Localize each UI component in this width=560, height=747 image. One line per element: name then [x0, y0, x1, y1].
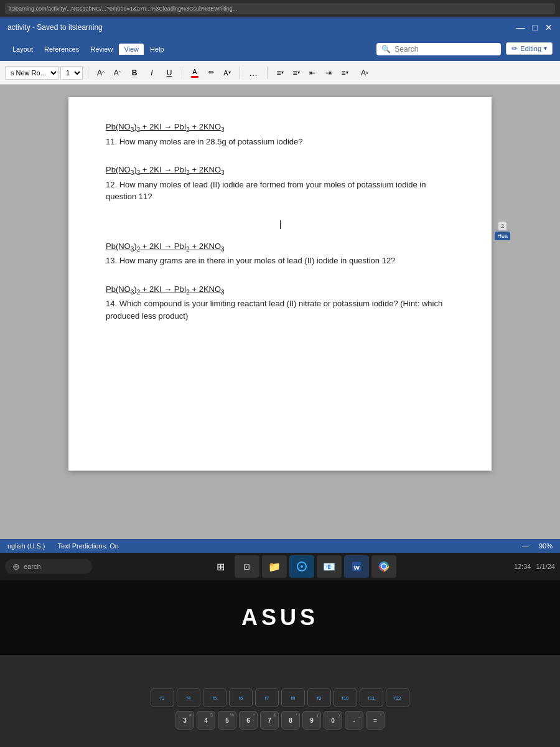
url-text: itslearning.com/activity/...NGs1ahNG/...…	[9, 6, 237, 12]
question-12-block: Pb(NO3)2 + 2KI → PbI2 + 2KNO3 12. How ma…	[106, 165, 454, 203]
font-color-btn[interactable]: A	[187, 65, 202, 80]
language-status: nglish (U.S.)	[7, 542, 45, 550]
font-group: s New Ro... 12	[5, 66, 83, 80]
taskbar-search-icon: ⊕	[12, 561, 20, 571]
key-f8[interactable]: f8	[281, 688, 305, 707]
key-8[interactable]: * 8	[281, 711, 300, 730]
key-3[interactable]: # 3	[175, 711, 194, 730]
svg-text:W: W	[353, 564, 360, 571]
key-0[interactable]: ) 0	[324, 711, 342, 730]
key-5[interactable]: % 5	[218, 711, 236, 730]
system-tray: 12:34 1/1/24	[514, 563, 555, 570]
key-6[interactable]: ^ 6	[239, 711, 258, 730]
document-area: Pb(NO3)2 + 2KI → PbI2 + 2KNO3 11. How ma…	[0, 85, 560, 539]
tab-review[interactable]: Review	[85, 44, 118, 55]
taskbar-search[interactable]: ⊕ earch	[5, 559, 92, 574]
key-f4[interactable]: f4	[177, 688, 200, 707]
tab-references[interactable]: References	[39, 44, 84, 55]
italic-button[interactable]: I	[144, 65, 159, 80]
question-12-text: 12. How many moles of lead (II) iodide a…	[106, 179, 454, 203]
search-box[interactable]: 🔍	[376, 43, 501, 55]
eq14-text: Pb(NO3)2 + 2KI → PbI2 + 2KNO3	[106, 284, 225, 294]
key-f5[interactable]: f5	[203, 688, 226, 707]
taskbar-word-btn[interactable]: W	[344, 555, 369, 578]
indent-inc-btn[interactable]: ⇥	[321, 65, 336, 80]
separator-3	[240, 67, 240, 79]
key-plus[interactable]: + =	[366, 711, 385, 730]
key-f6[interactable]: f6	[229, 688, 253, 707]
tab-view[interactable]: View	[119, 44, 144, 55]
key-f9[interactable]: f9	[307, 688, 331, 707]
key-f3[interactable]: f3	[151, 688, 174, 707]
fn-key-row: f3 f4 f5 f6 f7 f8 f9 f10 f11 f12	[151, 688, 409, 707]
underline-button[interactable]: U	[162, 65, 177, 80]
asus-logo: ASUS	[241, 604, 319, 631]
style-btn[interactable]: Av	[357, 65, 372, 80]
page-number: 2	[498, 222, 506, 230]
svg-point-4	[381, 565, 386, 569]
font-name-select[interactable]: s New Ro...	[5, 66, 59, 80]
editing-dropdown[interactable]: ✏ Editing ▾	[506, 42, 553, 55]
document-page[interactable]: Pb(NO3)2 + 2KI → PbI2 + 2KNO3 11. How ma…	[68, 97, 492, 471]
font-grow-btn[interactable]: A^	[93, 65, 108, 80]
style-group: Av	[357, 65, 372, 80]
eq11-text: Pb(NO3)2 + 2KI → PbI2 + 2KNO3	[106, 122, 225, 131]
tab-help[interactable]: Help	[145, 44, 169, 55]
more-options-btn[interactable]: …	[245, 65, 262, 80]
equation-11: Pb(NO3)2 + 2KI → PbI2 + 2KNO3	[106, 122, 454, 133]
key-f11[interactable]: f11	[360, 688, 383, 707]
equation-13: Pb(NO3)2 + 2KI → PbI2 + 2KNO3	[106, 242, 454, 253]
taskbar: ⊕ earch ⊞ ⊡ 📁 📧 W	[0, 553, 560, 580]
highlight-btn[interactable]: ✏	[203, 65, 218, 80]
key-9[interactable]: ( 9	[302, 711, 321, 730]
browser-bar: itslearning.com/activity/...NGs1ahNG/...…	[0, 0, 560, 17]
taskbar-chrome-btn[interactable]	[371, 555, 396, 578]
taskbar-mail-btn[interactable]: 📁	[262, 555, 287, 578]
format-group: A^ Aˇ	[93, 65, 124, 80]
search-input[interactable]	[394, 45, 496, 54]
align-btn[interactable]: ≡▾	[337, 65, 352, 80]
key-f7[interactable]: f7	[255, 688, 279, 707]
key-7[interactable]: & 7	[260, 711, 279, 730]
numbering-btn[interactable]: ≡▾	[289, 65, 304, 80]
taskbar-edge-btn[interactable]	[289, 555, 314, 578]
taskbar-search-text: earch	[24, 563, 41, 570]
status-bar: nglish (U.S.) Text Predictions: On — 90%	[0, 539, 560, 553]
bold-button[interactable]: B	[127, 65, 142, 80]
question-11-block: Pb(NO3)2 + 2KI → PbI2 + 2KNO3 11. How ma…	[106, 122, 454, 148]
font-shrink-btn[interactable]: Aˇ	[110, 65, 124, 80]
font-size-select[interactable]: 12	[60, 66, 83, 80]
key-minus[interactable]: _ -	[345, 711, 363, 730]
eq13-text: Pb(NO3)2 + 2KI → PbI2 + 2KNO3	[106, 242, 225, 251]
separator-2	[182, 67, 182, 79]
app-title: activity - Saved to itslearning	[7, 23, 103, 32]
color-group: A ✏ A ▾	[187, 65, 235, 80]
date: 1/1/24	[536, 563, 555, 570]
eq12-text: Pb(NO3)2 + 2KI → PbI2 + 2KNO3	[106, 165, 225, 174]
taskbar-start-btn[interactable]: ⊞	[210, 555, 232, 578]
question-14-text: 14. Which compound is your limiting reac…	[106, 298, 454, 322]
key-f12[interactable]: f12	[386, 688, 409, 707]
browser-url: itslearning.com/activity/...NGs1ahNG/...…	[5, 3, 555, 14]
separator-line: —	[522, 542, 529, 550]
predictions-status: Text Predictions: On	[58, 542, 119, 550]
toolbar: s New Ro... 12 A^ Aˇ B I U A ✏	[0, 61, 560, 85]
search-icon: 🔍	[381, 45, 391, 54]
tab-layout[interactable]: Layout	[7, 44, 38, 55]
chevron-small-icon: ▾	[228, 70, 231, 75]
minimize-btn[interactable]: —	[516, 22, 525, 32]
question-14-block: Pb(NO3)2 + 2KI → PbI2 + 2KNO3 14. Which …	[106, 284, 454, 322]
bullets-btn[interactable]: ≡▾	[273, 65, 287, 80]
key-4[interactable]: $ 4	[197, 711, 215, 730]
taskbar-outlook-btn[interactable]: 📧	[317, 555, 342, 578]
font-color-a-btn[interactable]: A ▾	[220, 65, 235, 80]
title-bar: activity - Saved to itslearning — □ ✕	[0, 17, 560, 37]
key-f10[interactable]: f10	[334, 688, 357, 707]
close-btn[interactable]: ✕	[545, 22, 553, 32]
maximize-btn[interactable]: □	[533, 22, 538, 32]
indent-dec-btn[interactable]: ⇤	[305, 65, 320, 80]
question-11-text: 11. How many moles are in 28.5g of potas…	[106, 136, 454, 148]
question-13-text: 13. How many grams are in there in your …	[106, 255, 454, 267]
taskbar-file-btn[interactable]: ⊡	[235, 555, 259, 578]
separator-1	[88, 67, 88, 79]
